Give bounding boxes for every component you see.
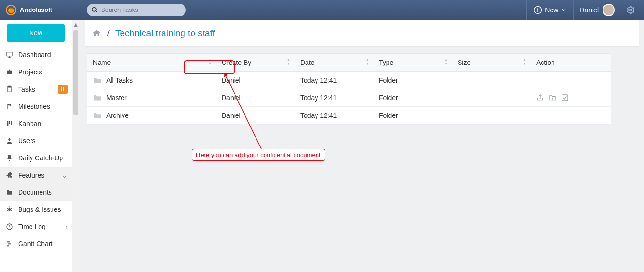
chevron-down-icon bbox=[561, 7, 567, 13]
svg-line-18 bbox=[11, 208, 12, 209]
row-name: Master bbox=[106, 94, 127, 102]
clipboard-icon bbox=[6, 85, 13, 93]
sidebar-item-bugs-issues[interactable]: Bugs & Issues bbox=[0, 201, 72, 218]
check-icon[interactable] bbox=[561, 94, 569, 102]
svg-point-5 bbox=[630, 9, 632, 11]
settings-button[interactable] bbox=[621, 0, 640, 20]
svg-line-19 bbox=[7, 210, 8, 210]
folder-icon bbox=[93, 77, 102, 84]
chevron-left-icon: ‹ bbox=[65, 223, 68, 230]
row-type: Folder bbox=[373, 72, 452, 89]
row-size bbox=[452, 107, 531, 125]
svg-point-14 bbox=[8, 138, 10, 141]
svg-line-20 bbox=[11, 210, 12, 210]
header-new-label: New bbox=[545, 6, 558, 14]
gear-icon bbox=[626, 6, 635, 14]
row-create: Daniel bbox=[216, 89, 295, 107]
column-header-date[interactable]: Date▴▾ bbox=[295, 54, 373, 72]
brand-area: 🍊 Andolasoft bbox=[0, 5, 85, 15]
breadcrumb-separator: / bbox=[107, 28, 110, 38]
column-header-name[interactable]: Name▴▾ bbox=[87, 54, 216, 72]
sidebar-item-gantt-chart[interactable]: Gantt Chart bbox=[0, 235, 72, 252]
table-row[interactable]: All TasksDanielToday 12:41Folder bbox=[87, 72, 611, 89]
sidebar-item-projects[interactable]: Projects bbox=[0, 63, 72, 81]
documents-table: Name▴▾ Create By▴▾ Date▴▾ Type▴▾ Size▴▾ … bbox=[87, 54, 611, 125]
sidebar-item-label: Kanban bbox=[18, 120, 41, 127]
monitor-icon bbox=[6, 51, 13, 59]
user-icon bbox=[6, 137, 13, 145]
sidebar-item-documents[interactable]: Documents bbox=[0, 184, 72, 201]
sidebar-item-label: Time Log bbox=[18, 223, 46, 230]
brand-logo-icon: 🍊 bbox=[6, 5, 16, 15]
svg-rect-11 bbox=[7, 121, 8, 126]
table-row[interactable]: MasterDanielToday 12:41Folder bbox=[87, 89, 611, 107]
svg-rect-13 bbox=[11, 121, 12, 125]
svg-point-0 bbox=[92, 7, 96, 11]
row-size bbox=[452, 89, 531, 107]
row-date: Today 12:41 bbox=[295, 107, 373, 125]
svg-point-15 bbox=[8, 208, 11, 211]
column-header-type[interactable]: Type▴▾ bbox=[373, 54, 452, 72]
table-row[interactable]: ArchiveDanielToday 12:41Folder bbox=[87, 107, 611, 125]
svg-rect-27 bbox=[562, 95, 568, 101]
breadcrumb-current[interactable]: Technical training to staff bbox=[115, 28, 215, 39]
puzzle-icon bbox=[6, 171, 13, 179]
row-type: Folder bbox=[373, 89, 452, 107]
search-input[interactable] bbox=[101, 6, 181, 13]
plus-circle-icon bbox=[533, 6, 542, 14]
header-new-button[interactable]: New bbox=[527, 0, 573, 20]
svg-rect-23 bbox=[8, 243, 11, 244]
search-box[interactable] bbox=[87, 4, 186, 16]
row-name: All Tasks bbox=[106, 76, 133, 84]
sidebar-item-label: Features bbox=[18, 171, 44, 179]
kanban-icon bbox=[6, 120, 13, 127]
sidebar-item-daily-catch-up[interactable]: Daily Catch-Up bbox=[0, 149, 72, 167]
bug-icon bbox=[6, 206, 13, 213]
scrollbar-thumb[interactable] bbox=[73, 30, 78, 115]
sidebar-new-button[interactable]: New bbox=[7, 24, 65, 42]
breadcrumb: / Technical training to staff bbox=[85, 20, 639, 47]
bell-icon bbox=[6, 154, 13, 162]
documents-panel: Name▴▾ Create By▴▾ Date▴▾ Type▴▾ Size▴▾ … bbox=[87, 53, 611, 125]
sidebar-item-label: Daily Catch-Up bbox=[18, 154, 63, 162]
chevron-down-icon: ⌄ bbox=[62, 171, 68, 179]
sidebar-item-label: Milestones bbox=[18, 103, 50, 110]
sidebar-item-milestones[interactable]: Milestones bbox=[0, 98, 72, 115]
sidebar-item-label: Bugs & Issues bbox=[18, 206, 61, 213]
milestone-icon bbox=[6, 103, 13, 110]
row-size bbox=[452, 72, 531, 89]
share-icon[interactable] bbox=[536, 94, 544, 102]
row-date: Today 12:41 bbox=[295, 89, 373, 107]
sidebar-scrollbar[interactable]: ▴ bbox=[72, 20, 80, 272]
sidebar-item-label: Gantt Chart bbox=[18, 240, 52, 248]
sidebar-item-time-log[interactable]: Time Log‹ bbox=[0, 218, 72, 235]
sidebar-item-users[interactable]: Users bbox=[0, 132, 72, 149]
column-header-size[interactable]: Size▴▾ bbox=[452, 54, 531, 72]
row-create: Daniel bbox=[216, 72, 295, 89]
sidebar-item-label: Documents bbox=[18, 188, 52, 196]
scrollbar-up-icon[interactable]: ▴ bbox=[72, 20, 80, 29]
row-create: Daniel bbox=[216, 107, 295, 125]
gantt-icon bbox=[6, 240, 13, 248]
home-icon[interactable] bbox=[92, 29, 102, 38]
column-header-action: Action bbox=[531, 54, 611, 72]
svg-line-17 bbox=[7, 208, 8, 209]
sidebar-item-features[interactable]: Features⌄ bbox=[0, 167, 72, 184]
add-folder-icon[interactable] bbox=[549, 94, 556, 102]
user-name: Daniel bbox=[580, 6, 599, 14]
user-menu[interactable]: Daniel bbox=[574, 0, 621, 20]
top-right: New Daniel bbox=[526, 0, 640, 20]
sidebar-item-tasks[interactable]: Tasks8 bbox=[0, 81, 72, 98]
sidebar-item-kanban[interactable]: Kanban bbox=[0, 115, 72, 132]
clock-icon bbox=[6, 223, 13, 230]
sidebar-item-dashboard[interactable]: Dashboard bbox=[0, 46, 72, 63]
sidebar-item-label: Dashboard bbox=[18, 51, 51, 59]
nav-badge: 8 bbox=[58, 85, 68, 94]
search-icon bbox=[92, 7, 98, 13]
sidebar-item-label: Tasks bbox=[18, 85, 35, 93]
sidebar: New DashboardProjectsTasks8MilestonesKan… bbox=[0, 20, 72, 272]
sidebar-item-label: Projects bbox=[18, 68, 42, 76]
top-bar: 🍊 Andolasoft New Daniel bbox=[0, 0, 644, 20]
avatar bbox=[603, 4, 615, 16]
column-header-create[interactable]: Create By▴▾ bbox=[216, 54, 295, 72]
